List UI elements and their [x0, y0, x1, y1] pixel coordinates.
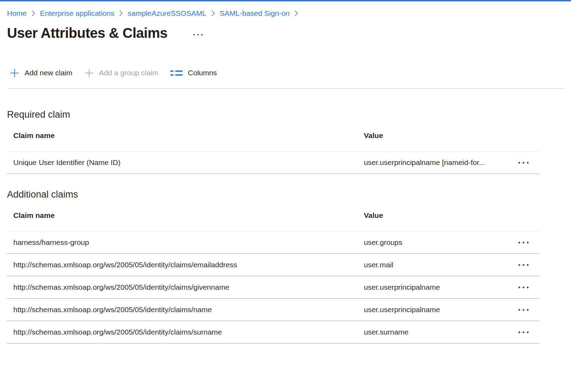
table-header-row: Claim name Value	[7, 208, 539, 232]
claim-name-cell: http://schemas.xmlsoap.org/ws/2005/05/id…	[7, 261, 364, 269]
additional-claims-heading: Additional claims	[7, 188, 571, 201]
ellipsis-icon	[518, 264, 520, 266]
add-new-claim-label: Add new claim	[25, 69, 73, 77]
columns-icon	[170, 70, 183, 76]
page: HomeEnterprise applicationssampleAzureSS…	[0, 8, 571, 344]
claim-name-cell: http://schemas.xmlsoap.org/ws/2005/05/id…	[7, 305, 364, 314]
page-more-menu-button[interactable]	[192, 33, 204, 37]
claim-table-row[interactable]: http://schemas.xmlsoap.org/ws/2005/05/id…	[7, 276, 539, 299]
row-context-menu-button[interactable]	[516, 240, 531, 246]
claim-name-column-header: Claim name	[7, 211, 364, 220]
breadcrumb-link[interactable]: Home	[7, 8, 27, 18]
additional-claims-rows: harness/harness-groupuser.groupshttp://s…	[7, 232, 539, 344]
required-claim-heading: Required claim	[7, 108, 571, 121]
title-row: User Attributes & Claims	[7, 24, 571, 42]
required-claim-table: Claim name Value Unique User Identifier …	[7, 129, 539, 174]
breadcrumb-chevron-icon	[31, 10, 35, 17]
claim-value-cell: user.userprincipalname	[364, 283, 508, 291]
plus-icon	[84, 68, 94, 78]
row-context-menu-button[interactable]	[516, 329, 531, 335]
row-context-menu-button[interactable]	[516, 307, 531, 313]
breadcrumb-link[interactable]: SAML-based Sign-on	[220, 8, 290, 18]
ellipsis-icon	[518, 287, 520, 288]
row-context-menu-button[interactable]	[516, 262, 531, 268]
breadcrumb-chevron-icon	[211, 10, 215, 17]
toolbar-divider	[7, 88, 565, 89]
toolbar: Add new claim Add a group claim Columns	[7, 64, 571, 81]
breadcrumb-link[interactable]: sampleAzureSSOSAML	[128, 8, 206, 18]
claim-name-cell: http://schemas.xmlsoap.org/ws/2005/05/id…	[7, 328, 364, 336]
page-title: User Attributes & Claims	[7, 24, 168, 42]
claim-table-row[interactable]: http://schemas.xmlsoap.org/ws/2005/05/id…	[7, 254, 539, 276]
claim-name-cell: http://schemas.xmlsoap.org/ws/2005/05/id…	[7, 283, 364, 291]
breadcrumb: HomeEnterprise applicationssampleAzureSS…	[7, 8, 571, 18]
breadcrumb-chevron-icon	[119, 10, 123, 17]
columns-button[interactable]: Columns	[170, 69, 217, 77]
breadcrumb-link[interactable]: Enterprise applications	[40, 8, 114, 18]
claim-name-cell: harness/harness-group	[7, 238, 364, 247]
table-header-row: Claim name Value	[7, 129, 539, 152]
additional-claims-table: Claim name Value harness/harness-groupus…	[7, 208, 539, 344]
claim-value-cell: user.userprincipalname	[364, 305, 508, 314]
ellipsis-icon	[193, 34, 195, 35]
claim-table-row[interactable]: harness/harness-groupuser.groups	[7, 232, 539, 254]
claim-name-cell: Unique User Identifier (Name ID)	[7, 158, 364, 167]
value-column-header: Value	[364, 211, 508, 220]
ellipsis-icon	[518, 242, 520, 243]
claim-value-cell: user.userprincipalname [nameid-for...	[364, 158, 508, 167]
claim-table-row[interactable]: Unique User Identifier (Name ID)user.use…	[7, 152, 539, 174]
add-group-claim-button[interactable]: Add a group claim	[84, 68, 158, 78]
claim-value-cell: user.surname	[364, 328, 508, 336]
claim-name-column-header: Claim name	[7, 131, 364, 140]
add-new-claim-button[interactable]: Add new claim	[10, 68, 73, 78]
required-claim-rows: Unique User Identifier (Name ID)user.use…	[7, 152, 539, 174]
row-context-menu-button[interactable]	[516, 160, 531, 166]
claim-table-row[interactable]: http://schemas.xmlsoap.org/ws/2005/05/id…	[7, 321, 539, 344]
claim-table-row[interactable]: http://schemas.xmlsoap.org/ws/2005/05/id…	[7, 299, 539, 321]
value-column-header: Value	[364, 131, 508, 140]
breadcrumb-chevron-icon	[294, 10, 298, 17]
row-context-menu-button[interactable]	[516, 284, 531, 290]
claim-value-cell: user.mail	[364, 261, 508, 269]
add-group-claim-label: Add a group claim	[99, 69, 158, 77]
columns-label: Columns	[188, 69, 217, 77]
ellipsis-icon	[518, 162, 520, 164]
ellipsis-icon	[518, 309, 520, 311]
top-accent-bar	[0, 0, 571, 1]
ellipsis-icon	[518, 331, 520, 333]
plus-icon	[10, 68, 19, 78]
claim-value-cell: user.groups	[364, 238, 508, 247]
